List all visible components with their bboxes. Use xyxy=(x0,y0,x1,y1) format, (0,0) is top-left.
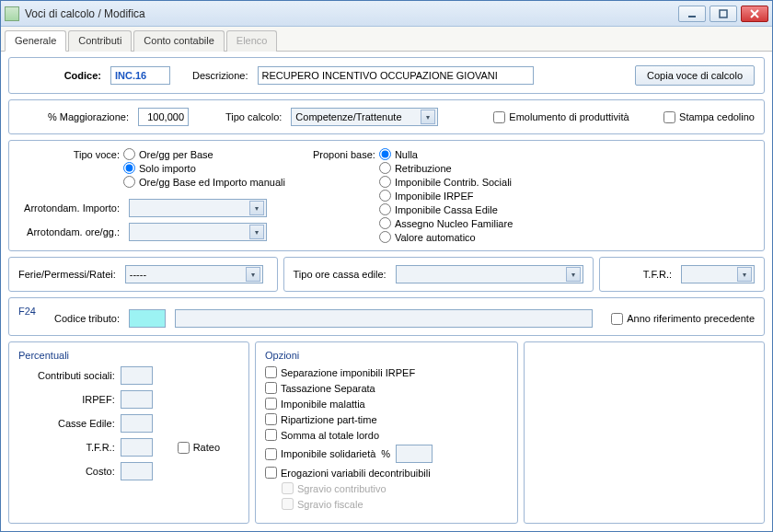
percentuali-title: Percentuali xyxy=(18,350,239,361)
casse-edile-label: Casse Edile: xyxy=(18,418,115,429)
irpef-input[interactable] xyxy=(121,390,153,409)
opt-malattia[interactable]: Imponibile malattia xyxy=(265,398,508,410)
opt-tassazione[interactable]: Tassazione Separata xyxy=(265,382,508,394)
tfr-select[interactable]: ▾ xyxy=(681,265,755,283)
tipo-calcolo-value: Competenze/Trattenute xyxy=(295,111,421,122)
ferie-label: Ferie/Permessi/Ratei: xyxy=(18,269,116,280)
chevron-down-icon: ▾ xyxy=(246,267,260,282)
panel-opzioni: Opzioni Separazione imponibili IRPEF Tas… xyxy=(255,341,518,524)
ferie-select[interactable]: ----- ▾ xyxy=(125,265,263,283)
tfr-perc-label: T.F.R.: xyxy=(18,442,115,453)
opt-erogazioni[interactable]: Erogazioni variabili decontribuibili xyxy=(265,467,508,479)
maximize-button[interactable] xyxy=(710,6,737,22)
codice-tributo-input[interactable] xyxy=(129,309,166,328)
tipo-voce-manuali[interactable]: Ore/gg Base ed Importo manuali xyxy=(123,176,285,188)
panel-codice: Codice: Descrizione: Copia voce di calco… xyxy=(8,57,765,94)
chevron-down-icon: ▾ xyxy=(566,267,581,282)
tipo-voce-radios: Ore/gg per Base Solo importo Ore/gg Base… xyxy=(123,148,285,188)
tab-conto-contabile[interactable]: Conto contabile xyxy=(133,30,224,52)
tipo-calcolo-select[interactable]: Competenze/Trattenute ▾ xyxy=(291,108,438,126)
tabbar: Generale Contributi Conto contabile Elen… xyxy=(1,27,772,52)
window-title: Voci di calcolo / Modifica xyxy=(25,7,678,20)
proponi-assegno[interactable]: Assegno Nucleo Familiare xyxy=(379,217,513,229)
panel-f24: F24 Codice tributo: Anno riferimento pre… xyxy=(8,297,765,336)
proponi-retribuzione[interactable]: Retribuzione xyxy=(379,162,513,174)
emolumento-checkbox-input[interactable] xyxy=(493,111,505,123)
tipo-voce-solo-importo[interactable]: Solo importo xyxy=(123,162,285,174)
tipo-voce-label: Tipo voce: xyxy=(18,148,120,188)
panel-maggiorazione: % Maggiorazione: Tipo calcolo: Competenz… xyxy=(8,99,765,134)
codice-tributo-label: Codice tributo: xyxy=(18,313,120,324)
contributi-label: Contributi sociali: xyxy=(18,370,115,381)
stampa-cedolino-input[interactable] xyxy=(663,111,675,123)
rateo-input[interactable] xyxy=(178,442,190,454)
emolumento-checkbox[interactable]: Emolumento di produttività xyxy=(493,111,629,123)
descrizione-input[interactable] xyxy=(258,66,534,85)
proponi-irpef[interactable]: Imponibile IRPEF xyxy=(379,190,513,202)
stampa-cedolino-label: Stampa cedolino xyxy=(679,111,755,122)
costo-input[interactable] xyxy=(121,462,153,480)
proponi-contrib-sociali[interactable]: Imponibile Contrib. Sociali xyxy=(379,176,513,188)
close-button[interactable] xyxy=(741,6,768,22)
tfr-label: T.F.R.: xyxy=(609,269,672,280)
minimize-button[interactable] xyxy=(678,6,706,22)
opt-separazione[interactable]: Separazione imponibili IRPEF xyxy=(265,366,508,378)
arrot-importo-select[interactable]: ▾ xyxy=(129,199,267,217)
anno-precedente-checkbox[interactable]: Anno riferimento precedente xyxy=(611,313,755,325)
proponi-cassa-edile[interactable]: Imponibile Cassa Edile xyxy=(379,203,513,215)
chevron-down-icon: ▾ xyxy=(249,225,264,239)
copy-button[interactable]: Copia voce di calcolo xyxy=(635,65,755,86)
tab-contributi[interactable]: Contributi xyxy=(68,30,132,52)
rateo-checkbox[interactable]: Rateo xyxy=(178,442,239,454)
tab-generale[interactable]: Generale xyxy=(5,30,66,52)
costo-label: Costo: xyxy=(18,466,115,477)
panel-empty xyxy=(524,341,765,524)
panel-percentuali: Percentuali Contributi sociali: IRPEF: C… xyxy=(8,341,249,524)
tfr-perc-input[interactable] xyxy=(121,438,153,457)
opt-sgravio-fiscale: Sgravio fiscale xyxy=(265,498,508,510)
titlebar: Voci di calcolo / Modifica xyxy=(1,1,772,27)
proponi-valore-auto[interactable]: Valore automatico xyxy=(379,231,513,243)
proponi-nulla[interactable]: Nulla xyxy=(379,148,513,160)
solidarieta-input[interactable] xyxy=(396,445,433,463)
anno-precedente-label: Anno riferimento precedente xyxy=(627,313,755,324)
casse-edile-input[interactable] xyxy=(121,414,153,433)
panel-tfr: T.F.R.: ▾ xyxy=(599,257,765,292)
panel-tipo-ore: Tipo ore cassa edile: ▾ xyxy=(283,257,594,292)
opt-solidarieta[interactable]: Imponibile solidarietà xyxy=(265,448,375,460)
emolumento-label: Emolumento di produttività xyxy=(509,111,629,122)
descrizione-label: Descrizione: xyxy=(192,70,248,81)
contributi-input[interactable] xyxy=(121,366,153,385)
opt-parttime[interactable]: Ripartizione part-time xyxy=(265,413,508,425)
opt-sgravio-contrib: Sgravio contributivo xyxy=(265,482,508,494)
tipo-calcolo-label: Tipo calcolo: xyxy=(225,111,282,122)
irpef-label: IRPEF: xyxy=(18,394,115,405)
tipo-ore-label: Tipo ore cassa edile: xyxy=(294,269,386,280)
app-icon xyxy=(5,6,19,21)
svg-rect-1 xyxy=(720,10,727,17)
stampa-cedolino-checkbox[interactable]: Stampa cedolino xyxy=(663,111,755,123)
proponi-base-radios: Nulla Retribuzione Imponibile Contrib. S… xyxy=(379,148,513,243)
tab-elenco: Elenco xyxy=(226,30,278,52)
chevron-down-icon: ▾ xyxy=(421,110,435,124)
opzioni-title: Opzioni xyxy=(265,350,508,361)
tipo-voce-ore-base[interactable]: Ore/gg per Base xyxy=(123,148,285,160)
codice-tributo-desc[interactable] xyxy=(175,309,593,328)
arrot-importo-label: Arrotondam. Importo: xyxy=(18,202,120,214)
ferie-value: ----- xyxy=(130,269,246,280)
maggiorazione-input[interactable] xyxy=(138,108,189,126)
panel-ferie: Ferie/Permessi/Ratei: ----- ▾ xyxy=(8,257,278,292)
maggiorazione-label: % Maggiorazione: xyxy=(18,111,129,122)
tipo-ore-select[interactable]: ▾ xyxy=(396,265,584,283)
chevron-down-icon: ▾ xyxy=(737,267,752,282)
percent-sign: % xyxy=(381,448,390,459)
arrot-ore-label: Arrotondam. ore/gg.: xyxy=(18,226,120,237)
codice-label: Codice: xyxy=(18,70,101,81)
chevron-down-icon: ▾ xyxy=(249,201,264,215)
panel-tipo-voce: Tipo voce: Ore/gg per Base Solo importo … xyxy=(8,140,765,251)
anno-precedente-input[interactable] xyxy=(611,313,623,325)
opt-somma-lordo[interactable]: Somma al totale lordo xyxy=(265,429,508,441)
arrot-ore-select[interactable]: ▾ xyxy=(129,223,267,241)
codice-input[interactable] xyxy=(110,66,170,85)
proponi-base-label: Proponi base: xyxy=(313,148,375,243)
